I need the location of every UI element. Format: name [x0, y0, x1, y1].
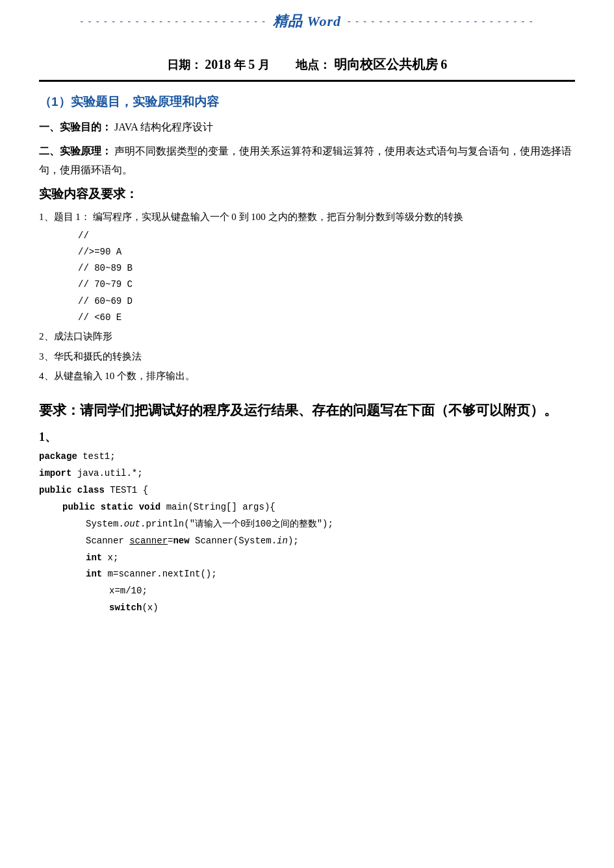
code-comment-4: // 60~69 D [78, 293, 575, 310]
code-comment-5: // <60 E [78, 310, 575, 326]
code-line-3: public static void main(String[] args){ [39, 499, 575, 516]
location-num: 6 [441, 57, 447, 71]
purpose-line: 一、实验目的： JAVA 结构化程序设计 [39, 118, 575, 137]
date-year: 2018 [205, 57, 231, 71]
code-line-0: package test1; [39, 449, 575, 465]
code-line-8: x=m/10; [39, 583, 575, 600]
code-comments-block: // //>=90 A // 80~89 B // 70~79 C // 60~… [78, 228, 575, 326]
code-line-5: Scanner scanner=new Scanner(System.in); [39, 533, 575, 550]
principle-line: 二、实验原理： 声明不同数据类型的变量，使用关系运算符和逻辑运算符，使用表达式语… [39, 142, 575, 180]
kw-int: int [86, 552, 102, 563]
requirement-block: 要求：请同学们把调试好的程序及运行结果、存在的问题写在下面（不够可以附页）。 [39, 399, 575, 422]
header-title: 精品 Word [273, 12, 341, 31]
italic-out: out [124, 519, 140, 529]
kw-import: import [39, 468, 71, 478]
task1-line: 1、题目 1： 编写程序，实现从键盘输入一个 0 到 100 之内的整数，把百分… [39, 208, 575, 227]
location-label: 地点： [296, 58, 331, 71]
code-line-2: public class TEST1 { [39, 482, 575, 499]
date-yue: 月 [258, 58, 270, 71]
task2-line: 2、成法口诀阵形 [39, 327, 575, 346]
section1-title: （1）实验题目，实验原理和内容 [39, 93, 575, 110]
principle-label: 二、实验原理： [39, 145, 112, 156]
task1-desc: 编写程序，实现从键盘输入一个 0 到 100 之内的整数，把百分制分数到等级分数… [93, 212, 463, 222]
purpose-value: JAVA 结构化程序设计 [114, 121, 213, 132]
task1-label: 1、题目 1： [39, 212, 90, 222]
kw-package: package [39, 451, 77, 462]
code-comment-0: // [78, 228, 575, 244]
kw-class: class [77, 485, 105, 495]
date-line: 日期： 2018 年 5 月 地点： 明向校区公共机房 6 [39, 56, 575, 73]
task1-code-num: 1、 [39, 429, 575, 445]
date-nian: 年 [234, 58, 246, 71]
header-dashes-right: - - - - - - - - - - - - - - - - - - - - … [348, 16, 533, 27]
code-line-1: import java.util.*; [39, 465, 575, 482]
code-line-7: int m=scanner.nextInt(); [39, 566, 575, 583]
kw-public: public [39, 485, 71, 495]
kw-void: void [139, 502, 161, 512]
principle-value: 声明不同数据类型的变量，使用关系运算符和逻辑运算符，使用表达式语句与复合语句，使… [39, 145, 572, 175]
purpose-label: 一、实验目的： [39, 121, 112, 132]
header-banner: - - - - - - - - - - - - - - - - - - - - … [39, 0, 575, 38]
header-title-cn: 精品 [273, 13, 303, 29]
kw-new: new [173, 536, 189, 546]
main-divider [39, 80, 575, 82]
code-comment-1: //>=90 A [78, 244, 575, 260]
kw-static: static [101, 502, 133, 512]
kw-public2: public [62, 502, 95, 512]
code-block: package test1; import java.util.*; publi… [39, 449, 575, 617]
date-month: 5 [248, 57, 255, 71]
location-value: 明向校区公共机房 [334, 57, 438, 71]
str-prompt: "请输入一个0到100之间的整数" [190, 519, 322, 529]
code-comment-3: // 70~79 C [78, 277, 575, 293]
task4-line: 4、从键盘输入 10 个数，排序输出。 [39, 367, 575, 386]
header-dashes-left: - - - - - - - - - - - - - - - - - - - - … [81, 16, 266, 27]
header-title-en: Word [307, 13, 342, 29]
code-line-4: System.out.println("请输入一个0到100之间的整数"); [39, 516, 575, 533]
code-line-9: switch(x) [39, 600, 575, 617]
kw-switch: switch [109, 602, 142, 613]
code-comment-2: // 80~89 B [78, 260, 575, 277]
date-label: 日期： [167, 58, 202, 71]
content-title: 实验内容及要求： [39, 186, 575, 203]
page: - - - - - - - - - - - - - - - - - - - - … [0, 0, 614, 868]
code-line-6: int x; [39, 550, 575, 567]
kw-int2: int [86, 569, 102, 579]
task3-line: 3、华氏和摄氏的转换法 [39, 347, 575, 366]
italic-in: in [277, 536, 288, 546]
underline-scanner: scanner [129, 536, 168, 546]
